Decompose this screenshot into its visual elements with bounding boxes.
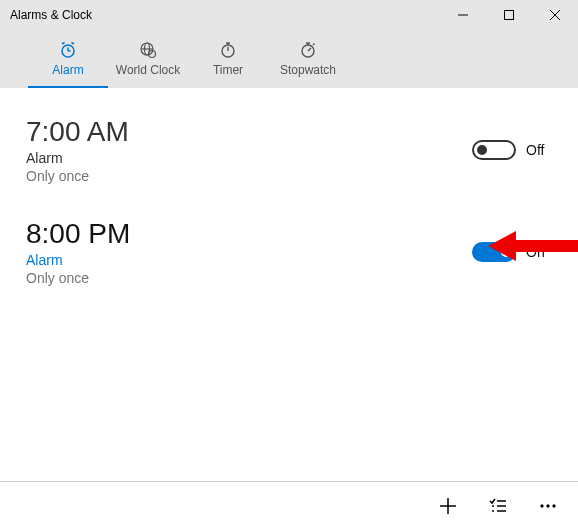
- alarm-text-block: 8:00 PM Alarm Only once: [26, 218, 472, 286]
- alarm-name: Alarm: [26, 252, 472, 268]
- globe-icon: [139, 41, 157, 59]
- svg-line-18: [308, 48, 311, 51]
- annotation-arrow: [488, 228, 578, 264]
- tab-alarm-label: Alarm: [52, 63, 83, 77]
- tab-stopwatch-label: Stopwatch: [280, 63, 336, 77]
- select-alarms-button[interactable]: [474, 482, 522, 530]
- alarm-time: 7:00 AM: [26, 116, 472, 148]
- svg-line-7: [62, 43, 65, 45]
- app-window: Alarms & Clock Alarm World Clock: [0, 0, 578, 529]
- svg-point-32: [553, 504, 555, 506]
- add-alarm-button[interactable]: [424, 482, 472, 530]
- timer-icon: [219, 41, 237, 59]
- svg-point-31: [547, 504, 549, 506]
- titlebar: Alarms & Clock: [0, 0, 578, 30]
- list-check-icon: [488, 496, 508, 516]
- alarm-occurrence: Only once: [26, 168, 472, 184]
- svg-line-8: [72, 43, 75, 45]
- svg-line-21: [313, 44, 315, 46]
- close-button[interactable]: [532, 0, 578, 30]
- tab-alarm[interactable]: Alarm: [28, 30, 108, 88]
- toggle-knob: [477, 145, 487, 155]
- tab-world-clock[interactable]: World Clock: [108, 30, 188, 88]
- alarm-row: 8:00 PM Alarm Only once On: [26, 218, 552, 286]
- alarm-list: 7:00 AM Alarm Only once Off 8:00 PM Alar…: [0, 88, 578, 529]
- maximize-button[interactable]: [486, 0, 532, 30]
- maximize-icon: [504, 10, 514, 20]
- alarm-row: 7:00 AM Alarm Only once Off: [26, 116, 552, 184]
- command-bar: [0, 481, 578, 529]
- alarm-time: 8:00 PM: [26, 218, 472, 250]
- alarm-name: Alarm: [26, 150, 472, 166]
- alarm-occurrence: Only once: [26, 270, 472, 286]
- tab-stopwatch[interactable]: Stopwatch: [268, 30, 348, 88]
- more-button[interactable]: [524, 482, 572, 530]
- more-icon: [538, 496, 558, 516]
- tab-timer-label: Timer: [213, 63, 243, 77]
- alarm-icon: [59, 41, 77, 59]
- tab-timer[interactable]: Timer: [188, 30, 268, 88]
- window-controls: [440, 0, 578, 30]
- tab-world-clock-label: World Clock: [116, 63, 180, 77]
- plus-icon: [438, 496, 458, 516]
- alarm-text-block: 7:00 AM Alarm Only once: [26, 116, 472, 184]
- stopwatch-icon: [299, 41, 317, 59]
- minimize-icon: [458, 10, 468, 20]
- tab-bar: Alarm World Clock Timer Stopwatch: [0, 30, 578, 88]
- svg-rect-1: [505, 11, 514, 20]
- svg-point-30: [541, 504, 543, 506]
- alarm-toggle[interactable]: [472, 140, 516, 160]
- app-title: Alarms & Clock: [10, 8, 440, 22]
- close-icon: [550, 10, 560, 20]
- svg-marker-22: [488, 231, 578, 261]
- alarm-toggle-label: Off: [526, 142, 552, 158]
- minimize-button[interactable]: [440, 0, 486, 30]
- alarm-toggle-group: Off: [472, 140, 552, 160]
- alarm-item[interactable]: 7:00 AM Alarm Only once Off: [0, 106, 578, 208]
